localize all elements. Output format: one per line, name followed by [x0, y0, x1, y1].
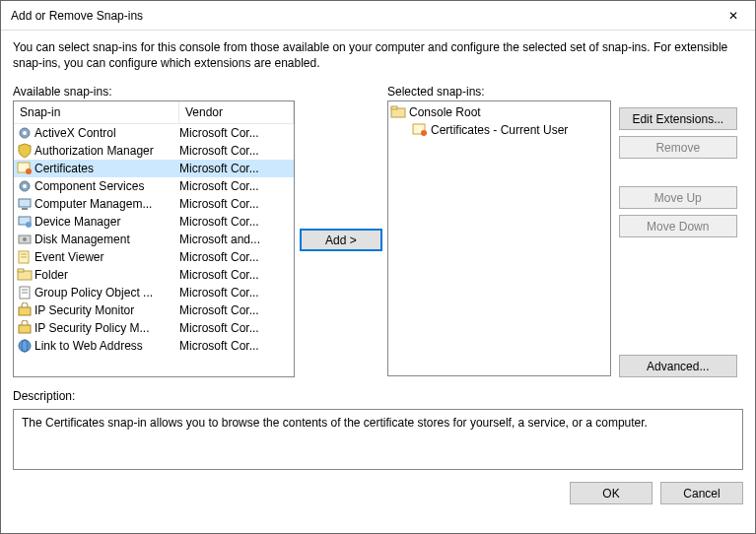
scroll-icon: [17, 285, 33, 300]
svg-rect-16: [18, 269, 24, 272]
list-item-name: Disk Management: [34, 233, 179, 246]
svg-rect-21: [19, 325, 31, 333]
tree-root-label: Console Root: [409, 105, 481, 119]
list-item-vendor: Microsoft Cor...: [179, 179, 294, 193]
list-item-name: Component Services: [34, 179, 179, 193]
svg-point-9: [26, 222, 32, 228]
list-item-vendor: Microsoft Cor...: [179, 197, 294, 211]
svg-rect-20: [19, 307, 31, 315]
close-icon: ✕: [728, 9, 738, 23]
main-area: Available snap-ins: Snap-in Vendor Activ…: [13, 85, 743, 377]
footer: OK Cancel: [13, 482, 743, 504]
list-item[interactable]: Component ServicesMicrosoft Cor...: [14, 177, 294, 195]
description-box: The Certificates snap-in allows you to b…: [13, 409, 743, 470]
description-label: Description:: [13, 389, 743, 403]
list-item-name: Link to Web Address: [34, 339, 179, 353]
cert-icon: [17, 161, 33, 176]
available-listview[interactable]: Snap-in Vendor ActiveX ControlMicrosoft …: [13, 100, 295, 377]
gear-icon: [17, 125, 33, 141]
window-title: Add or Remove Snap-ins: [11, 9, 711, 23]
list-item-name: IP Security Monitor: [34, 303, 179, 317]
list-item[interactable]: CertificatesMicrosoft Cor...: [14, 160, 294, 177]
ipsec-icon: [17, 320, 33, 336]
list-item[interactable]: IP Security Policy M...Microsoft Cor...: [14, 319, 294, 337]
svg-rect-25: [391, 106, 397, 109]
selected-label: Selected snap-ins:: [387, 85, 611, 99]
intro-text: You can select snap-ins for this console…: [13, 40, 743, 71]
header-vendor[interactable]: Vendor: [179, 101, 294, 123]
certificate-icon: [412, 122, 428, 138]
list-item[interactable]: Computer Managem...Microsoft Cor...: [14, 195, 294, 213]
list-item[interactable]: Event ViewerMicrosoft Cor...: [14, 248, 294, 266]
link-icon: [17, 338, 33, 354]
listview-rows[interactable]: ActiveX ControlMicrosoft Cor...Authoriza…: [14, 124, 294, 376]
list-item-vendor: Microsoft Cor...: [179, 162, 294, 175]
ipsec-icon: [17, 302, 33, 318]
list-item-vendor: Microsoft Cor...: [179, 268, 294, 282]
available-label: Available snap-ins:: [13, 85, 295, 99]
list-item-vendor: Microsoft Cor...: [179, 339, 294, 353]
list-item-name: Event Viewer: [34, 250, 179, 264]
list-item[interactable]: Device ManagerMicrosoft Cor...: [14, 213, 294, 231]
folder-icon: [17, 267, 33, 283]
disk-icon: [17, 232, 33, 247]
list-item[interactable]: ActiveX ControlMicrosoft Cor...: [14, 124, 294, 142]
list-item-name: IP Security Policy M...: [34, 321, 179, 335]
list-item-name: Folder: [34, 268, 179, 282]
list-item[interactable]: Authorization ManagerMicrosoft Cor...: [14, 142, 294, 160]
svg-point-22: [19, 340, 31, 352]
list-item[interactable]: Disk ManagementMicrosoft and...: [14, 231, 294, 248]
tree-child-label: Certificates - Current User: [431, 123, 568, 137]
folder-icon: [390, 104, 406, 120]
selected-column: Selected snap-ins: Console Root Certific…: [387, 85, 611, 377]
close-button[interactable]: ✕: [711, 1, 755, 30]
ok-button[interactable]: OK: [570, 482, 653, 504]
list-item[interactable]: Group Policy Object ...Microsoft Cor...: [14, 284, 294, 301]
edit-extensions-button[interactable]: Edit Extensions...: [619, 107, 737, 130]
list-item-vendor: Microsoft Cor...: [179, 303, 294, 317]
right-column: Edit Extensions... Remove Move Up Move D…: [619, 85, 743, 377]
list-item-vendor: Microsoft Cor...: [179, 250, 294, 264]
dialog-window: Add or Remove Snap-ins ✕ You can select …: [0, 0, 756, 534]
selected-tree[interactable]: Console Root Certificates - Current User: [387, 100, 611, 376]
title-bar: Add or Remove Snap-ins ✕: [1, 1, 755, 31]
list-item-name: Computer Managem...: [34, 197, 179, 211]
svg-point-5: [23, 184, 27, 188]
list-item-name: Group Policy Object ...: [34, 286, 179, 300]
available-column: Available snap-ins: Snap-in Vendor Activ…: [13, 85, 295, 377]
list-item[interactable]: IP Security MonitorMicrosoft Cor...: [14, 301, 294, 319]
list-item-vendor: Microsoft and...: [179, 233, 294, 246]
svg-point-3: [26, 168, 32, 174]
computer-icon: [17, 196, 33, 212]
description-text: The Certificates snap-in allows you to b…: [22, 416, 648, 430]
svg-point-27: [421, 130, 427, 136]
list-item-vendor: Microsoft Cor...: [179, 215, 294, 229]
list-item-vendor: Microsoft Cor...: [179, 126, 294, 140]
list-item-name: Device Manager: [34, 215, 179, 229]
add-button[interactable]: Add >: [300, 229, 382, 251]
device-icon: [17, 214, 33, 230]
cancel-button[interactable]: Cancel: [660, 482, 743, 504]
event-icon: [17, 249, 33, 265]
gear-icon: [17, 178, 33, 194]
list-item[interactable]: Link to Web AddressMicrosoft Cor...: [14, 337, 294, 355]
move-down-button[interactable]: Move Down: [619, 215, 737, 237]
list-item-vendor: Microsoft Cor...: [179, 321, 294, 335]
svg-rect-6: [19, 199, 31, 207]
list-item-name: Certificates: [34, 162, 179, 175]
remove-button[interactable]: Remove: [619, 136, 737, 159]
list-item[interactable]: FolderMicrosoft Cor...: [14, 266, 294, 284]
svg-point-11: [23, 237, 27, 241]
shield-icon: [17, 143, 33, 159]
list-item-name: ActiveX Control: [34, 126, 179, 140]
tree-root[interactable]: Console Root: [390, 103, 608, 121]
svg-rect-7: [22, 208, 28, 210]
tree-child[interactable]: Certificates - Current User: [390, 121, 608, 139]
list-item-vendor: Microsoft Cor...: [179, 144, 294, 158]
dialog-body: You can select snap-ins for this console…: [1, 31, 755, 533]
move-up-button[interactable]: Move Up: [619, 186, 737, 209]
advanced-button[interactable]: Advanced...: [619, 355, 737, 377]
listview-headers: Snap-in Vendor: [14, 101, 294, 124]
header-snapin[interactable]: Snap-in: [14, 101, 179, 123]
list-item-vendor: Microsoft Cor...: [179, 286, 294, 300]
